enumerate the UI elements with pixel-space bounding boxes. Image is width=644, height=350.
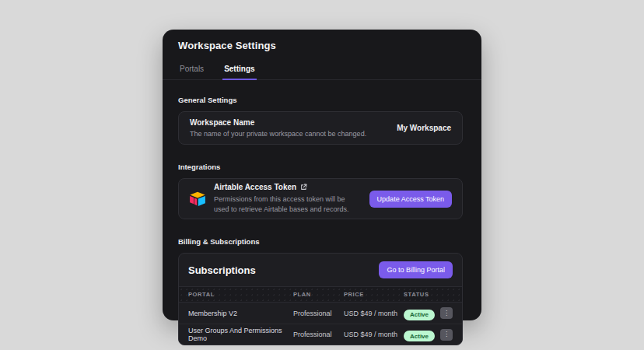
subscriptions-card: Subscriptions Go to Billing Portal Porta…	[178, 253, 463, 345]
column-header-status: Status	[404, 291, 453, 298]
settings-panel: General Settings Workspace Name The name…	[163, 80, 481, 350]
general-settings-section-label: General Settings	[178, 96, 463, 104]
airtable-logo-icon	[189, 191, 206, 207]
airtable-integration-card: Airtable Access Token Permissions from t…	[178, 178, 463, 219]
row-menu-button[interactable]: ⋮	[440, 307, 453, 319]
cell-actions: ⋮	[435, 307, 453, 319]
cell-portal: User Groups And Permissions Demo	[188, 327, 293, 342]
table-row: User Groups And Permissions Demo Profess…	[179, 324, 462, 345]
external-link-icon[interactable]	[300, 184, 307, 191]
integrations-section-label: Integrations	[178, 163, 463, 171]
status-badge: Active	[404, 310, 435, 320]
column-header-plan: Plan	[293, 291, 344, 298]
workspace-name-text: Workspace Name The name of your private …	[190, 118, 366, 138]
airtable-token-description: Permissions from this access token will …	[214, 194, 362, 215]
cell-status: Active	[404, 327, 435, 342]
tab-bar: Portals Settings	[163, 61, 481, 80]
airtable-integration-text: Airtable Access Token Permissions from t…	[214, 183, 362, 215]
kebab-menu-icon: ⋮	[443, 310, 450, 317]
cell-plan: Professional	[293, 331, 344, 338]
go-to-billing-portal-button[interactable]: Go to Billing Portal	[379, 261, 453, 278]
page-title: Workspace Settings	[178, 40, 466, 51]
column-header-portal: Portal	[188, 291, 293, 298]
workspace-settings-modal: Workspace Settings Portals Settings Gene…	[163, 30, 481, 320]
workspace-name-description: The name of your private workspace canno…	[190, 130, 366, 138]
table-row: Membership V2 Professional USD $49 / mon…	[179, 303, 462, 324]
cell-price: USD $49 / month	[344, 310, 404, 317]
cell-plan: Professional	[293, 310, 344, 317]
cell-status: Active	[404, 306, 435, 320]
kebab-menu-icon: ⋮	[443, 331, 450, 338]
status-badge: Active	[404, 331, 435, 341]
tab-portals[interactable]: Portals	[178, 61, 205, 80]
workspace-name-card: Workspace Name The name of your private …	[178, 111, 463, 145]
airtable-token-title: Airtable Access Token	[214, 183, 296, 191]
update-access-token-button[interactable]: Update Access Token	[369, 191, 452, 208]
billing-section-label: Billing & Subscriptions	[178, 237, 463, 246]
subscriptions-table-header: Portal Plan Price Status	[179, 286, 462, 303]
column-header-price: Price	[344, 291, 404, 298]
cell-actions: ⋮	[435, 329, 453, 341]
workspace-name-title: Workspace Name	[190, 118, 366, 127]
row-menu-button[interactable]: ⋮	[440, 329, 453, 341]
workspace-name-value: My Workspace	[397, 124, 451, 132]
modal-header: Workspace Settings	[163, 30, 481, 51]
cell-portal: Membership V2	[188, 310, 293, 317]
airtable-title-row: Airtable Access Token	[214, 183, 362, 191]
cell-price: USD $49 / month	[344, 331, 404, 338]
tab-settings[interactable]: Settings	[222, 61, 256, 80]
subscriptions-card-header: Subscriptions Go to Billing Portal	[179, 254, 462, 286]
subscriptions-title: Subscriptions	[188, 264, 256, 276]
